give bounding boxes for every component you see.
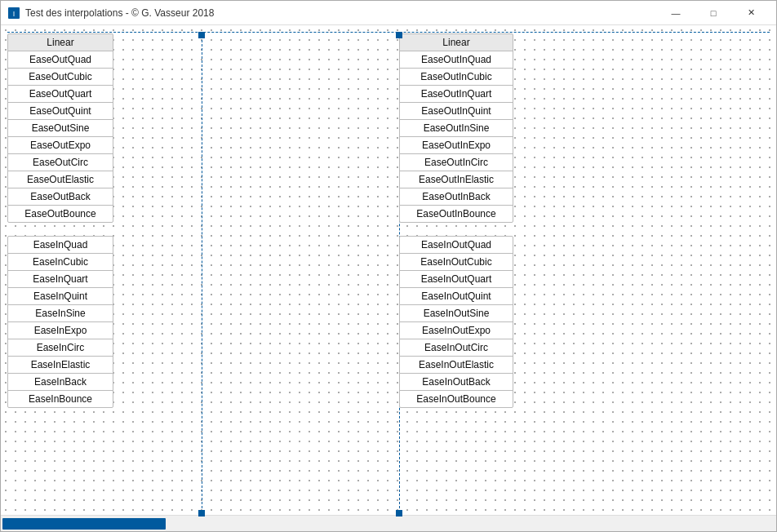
maximize-button[interactable]: □ xyxy=(695,1,732,25)
list-item[interactable]: EaseInCirc xyxy=(7,339,113,357)
minimize-button[interactable]: — xyxy=(657,1,695,25)
list-item[interactable]: EaseInExpo xyxy=(7,321,113,339)
list-item[interactable]: EaseOutQuint xyxy=(7,102,113,120)
right-panel: Linear EaseOutInQuad EaseOutInCubic Ease… xyxy=(399,33,513,421)
border-top xyxy=(7,32,770,33)
left-group1: Linear EaseOutQuad EaseOutCubic EaseOutQ… xyxy=(7,33,113,223)
handle-bottom-right[interactable] xyxy=(396,510,402,516)
svg-text:I: I xyxy=(13,10,16,18)
titlebar-left: I Test des interpolations - © G. Vasseur… xyxy=(7,7,214,20)
list-item[interactable]: EaseInOutExpo xyxy=(399,321,513,339)
list-item[interactable]: EaseInOutQuint xyxy=(399,287,513,305)
list-item[interactable]: EaseOutInCubic xyxy=(399,68,513,86)
list-item[interactable]: EaseInOutSine xyxy=(399,304,513,322)
list-item[interactable]: EaseOutInQuint xyxy=(399,102,513,120)
list-item[interactable]: EaseOutQuart xyxy=(7,85,113,103)
list-item[interactable]: EaseOutInExpo xyxy=(399,136,513,154)
list-item[interactable]: EaseInBack xyxy=(7,373,113,391)
list-item[interactable]: EaseInOutQuart xyxy=(399,270,513,288)
list-item[interactable]: EaseInElastic xyxy=(7,356,113,374)
list-item[interactable]: EaseOutBack xyxy=(7,188,113,206)
right-group2: EaseInOutQuad EaseInOutCubic EaseInOutQu… xyxy=(399,236,513,408)
dotted-background xyxy=(1,25,776,515)
titlebar-controls: — □ ✕ xyxy=(657,1,770,25)
right-header1[interactable]: Linear xyxy=(399,33,513,51)
content-area: Linear EaseOutQuad EaseOutCubic EaseOutQ… xyxy=(1,25,776,531)
main-window: I Test des interpolations - © G. Vasseur… xyxy=(0,0,777,532)
list-item[interactable]: EaseOutCirc xyxy=(7,153,113,171)
handle-top-left[interactable] xyxy=(198,32,205,38)
titlebar: I Test des interpolations - © G. Vasseur… xyxy=(1,1,776,25)
list-item[interactable]: EaseInCubic xyxy=(7,253,113,271)
scrollbar-track[interactable] xyxy=(2,518,775,530)
list-item[interactable]: EaseOutInBack xyxy=(399,188,513,206)
left-group2: EaseInQuad EaseInCubic EaseInQuart EaseI… xyxy=(7,236,113,408)
list-item[interactable]: EaseOutQuad xyxy=(7,51,113,69)
close-button[interactable]: ✕ xyxy=(732,1,770,25)
scrollbar-thumb[interactable] xyxy=(2,518,166,530)
list-item[interactable]: EaseOutExpo xyxy=(7,136,113,154)
list-item[interactable]: EaseInOutCirc xyxy=(399,339,513,357)
list-item[interactable]: EaseInQuart xyxy=(7,270,113,288)
list-item[interactable]: EaseOutInQuart xyxy=(399,85,513,103)
list-item[interactable]: EaseOutInBounce xyxy=(399,205,513,223)
right-group1: Linear EaseOutInQuad EaseOutInCubic Ease… xyxy=(399,33,513,223)
list-item[interactable]: EaseInOutQuad xyxy=(399,236,513,254)
list-item[interactable]: EaseOutInElastic xyxy=(399,171,513,188)
list-item[interactable]: EaseInOutBounce xyxy=(399,390,513,408)
window-title: Test des interpolations - © G. Vasseur 2… xyxy=(25,7,214,19)
scrollbar-area xyxy=(1,515,776,531)
list-item[interactable]: EaseInOutElastic xyxy=(399,356,513,374)
list-item[interactable]: EaseOutInQuad xyxy=(399,51,513,69)
list-item[interactable]: EaseOutCubic xyxy=(7,68,113,86)
handle-top-right[interactable] xyxy=(396,32,402,38)
list-item[interactable]: EaseInQuint xyxy=(7,287,113,305)
list-item[interactable]: EaseInOutCubic xyxy=(399,253,513,271)
list-item[interactable]: EaseOutBounce xyxy=(7,205,113,223)
border-v1 xyxy=(202,32,202,516)
list-item[interactable]: EaseOutInCirc xyxy=(399,153,513,171)
list-item[interactable]: EaseOutElastic xyxy=(7,171,113,188)
list-item[interactable]: EaseInBounce xyxy=(7,390,113,408)
app-icon: I xyxy=(7,7,20,20)
list-item[interactable]: EaseInQuad xyxy=(7,236,113,254)
left-header1[interactable]: Linear xyxy=(7,33,113,51)
handle-bottom-left[interactable] xyxy=(198,510,205,516)
left-panel: Linear EaseOutQuad EaseOutCubic EaseOutQ… xyxy=(7,33,113,421)
list-item[interactable]: EaseInOutBack xyxy=(399,373,513,391)
list-item[interactable]: EaseOutSine xyxy=(7,119,113,137)
list-item[interactable]: EaseInSine xyxy=(7,304,113,322)
list-item[interactable]: EaseOutInSine xyxy=(399,119,513,137)
